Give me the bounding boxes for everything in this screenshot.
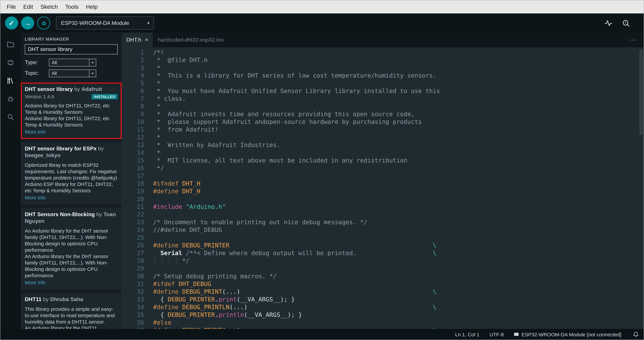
code-line: 37#define DEBUG_PRINT(...) \ [122, 326, 644, 329]
code-line: 15 * MIT license, all text above must be… [122, 156, 644, 164]
code-text: * Written by Adafruit Industries. [153, 141, 644, 149]
code-editor[interactable]: 1/*!2 * @file DHT.h3 *4 * This is a libr… [122, 47, 644, 329]
code-text: Serial /**< Define where debug output wi… [153, 249, 644, 257]
code-text: /* Uncomment to enable printing out nice… [153, 218, 644, 226]
more-info-link[interactable]: More info [25, 280, 46, 285]
code-text: { DEBUG_PRINTER.println(__VA_ARGS__); } [153, 311, 644, 318]
library-description-paragraph: Optimized libray to match ESP32 requirem… [25, 162, 118, 181]
library-list-item[interactable]: DHT11 by Dhruba Saha This library provid… [21, 293, 122, 329]
code-text: #ifndef DHT_H [153, 180, 644, 187]
library-search-input[interactable] [25, 44, 118, 54]
code-line: 29 [122, 264, 644, 272]
menu-edit[interactable]: Edit [20, 4, 37, 10]
line-number: 29 [122, 264, 153, 272]
code-text [153, 195, 644, 203]
line-number: 9 [122, 110, 153, 118]
sidebar-item-debug[interactable] [0, 90, 21, 108]
cursor-position[interactable]: Ln 1, Col 1 [455, 331, 480, 337]
code-text: { DEBUG_PRINTER.print(__VA_ARGS__); } [153, 295, 644, 303]
board-selector-value: ESP32-WROOM-DA Module [61, 20, 129, 26]
library-list-item[interactable]: DHT sensor library for ESPx by beegee_to… [21, 142, 122, 205]
line-number: 12 [122, 133, 153, 141]
status-bar: Ln 1, Col 1 UTF-8 ESP32-WROOM-DA Module … [0, 329, 644, 340]
line-number: 27 [122, 249, 153, 257]
menu-file[interactable]: File [3, 4, 20, 10]
tabs: DHT.h × hardcoded-dht22-esp32.ino [122, 33, 228, 47]
sidebar-item-library-manager[interactable] [0, 72, 21, 90]
editor-tab[interactable]: hardcoded-dht22-esp32.ino [153, 33, 228, 47]
menu-help[interactable]: Help [82, 4, 101, 10]
tab-overflow-button[interactable]: ··· [623, 33, 644, 47]
type-filter-select[interactable]: All ▾ [49, 59, 96, 66]
code-text: * [153, 102, 644, 110]
library-description: Arduino library for DHT11, DHT22, etc Te… [25, 102, 118, 128]
library-description-paragraph: An Arduino library for the DHT11 tempera… [25, 325, 118, 329]
library-title-row: DHT11 by Dhruba Saha [25, 296, 118, 303]
board-status[interactable]: ESP32-WROOM-DA Module [not connected] [514, 331, 621, 337]
upload-button[interactable]: → [21, 17, 34, 30]
board-icon [514, 332, 519, 337]
library-filters: Type: All ▾ Topic: All ▾ [21, 54, 122, 81]
tab-bar: DHT.h × hardcoded-dht22-esp32.ino ··· [122, 33, 644, 47]
library-author: Adafruit [82, 86, 102, 92]
line-number: 15 [122, 156, 153, 164]
sidebar-item-sketchbook[interactable] [0, 35, 21, 53]
library-version: Version 1.4.6 [25, 94, 54, 99]
line-number: 8 [122, 102, 153, 110]
library-by-label: by [42, 296, 50, 302]
tab-label: DHT.h [126, 37, 141, 43]
line-number: 30 [122, 272, 153, 280]
menu-sketch[interactable]: Sketch [37, 4, 62, 10]
arduino-ide-window: FileEditSketchToolsHelp ✓ → ESP32-WROOM-… [0, 0, 644, 340]
code-line: 14 * [122, 149, 644, 156]
line-number: 18 [122, 180, 153, 187]
library-description-paragraph: Arduino library for DHT11, DHT22, etc Te… [25, 115, 118, 128]
debug-button[interactable] [37, 17, 50, 30]
sidebar-item-search[interactable] [0, 108, 21, 126]
library-list: DHT sensor library by Adafruit Version 1… [21, 83, 122, 329]
line-number: 21 [122, 203, 153, 211]
line-number: 35 [122, 311, 153, 318]
code-text: #include "Arduino.h" [153, 203, 644, 211]
books-icon [6, 76, 15, 85]
code-text: │ │ │ │ */ [153, 257, 644, 264]
editor-area: DHT.h × hardcoded-dht22-esp32.ino ··· 1/… [122, 33, 644, 329]
editor-scrollbar[interactable] [639, 49, 643, 135]
library-list-item[interactable]: DHT Sensors Non-Blocking by Toan Nguyen … [21, 208, 122, 290]
menu-bar: FileEditSketchToolsHelp [0, 0, 644, 14]
verify-button[interactable]: ✓ [5, 17, 18, 30]
code-line: 12 * [122, 133, 644, 141]
close-icon[interactable]: × [145, 37, 148, 43]
editor-tab[interactable]: DHT.h × [122, 33, 153, 47]
topic-filter-select[interactable]: All ▾ [49, 69, 96, 77]
library-list-item[interactable]: DHT sensor library by Adafruit Version 1… [21, 83, 122, 139]
more-info-link[interactable]: More info [25, 195, 46, 200]
serial-monitor-icon[interactable] [622, 19, 630, 27]
activity-bar [0, 33, 21, 329]
library-version-row: Version 1.4.6 INSTALLED [25, 94, 118, 99]
sidebar-item-boards-manager[interactable] [0, 53, 21, 72]
menu-tools[interactable]: Tools [62, 4, 82, 10]
more-info-link[interactable]: More info [25, 129, 46, 135]
line-number: 6 [122, 87, 153, 95]
line-number: 5 [122, 79, 153, 87]
editor-body: 1/*!2 * @file DHT.h3 *4 * This is a libr… [122, 47, 644, 329]
code-text: * [153, 64, 644, 72]
code-line: 27 Serial /**< Define where debug output… [122, 249, 644, 257]
installed-badge: INSTALLED [92, 94, 118, 99]
code-text: * @file DHT.h [153, 56, 644, 64]
board-selector[interactable]: ESP32-WROOM-DA Module ▾ [56, 17, 154, 30]
code-line: 8 * [122, 102, 644, 110]
chevron-down-icon: ▾ [147, 21, 150, 26]
line-number: 2 [122, 56, 153, 64]
code-line: 4 * This is a library for DHT series of … [122, 72, 644, 79]
type-filter-value: All [49, 60, 89, 65]
code-line: 7 * class. [122, 95, 644, 102]
serial-plotter-icon[interactable] [604, 19, 613, 27]
code-text: //#define DHT_DEBUG [153, 226, 644, 234]
notifications-bell-icon[interactable] [632, 331, 639, 337]
encoding-indicator[interactable]: UTF-8 [490, 331, 504, 337]
code-line: 5 * [122, 79, 644, 87]
tab-label: hardcoded-dht22-esp32.ino [158, 37, 224, 43]
topic-filter-label: Topic: [25, 70, 49, 76]
